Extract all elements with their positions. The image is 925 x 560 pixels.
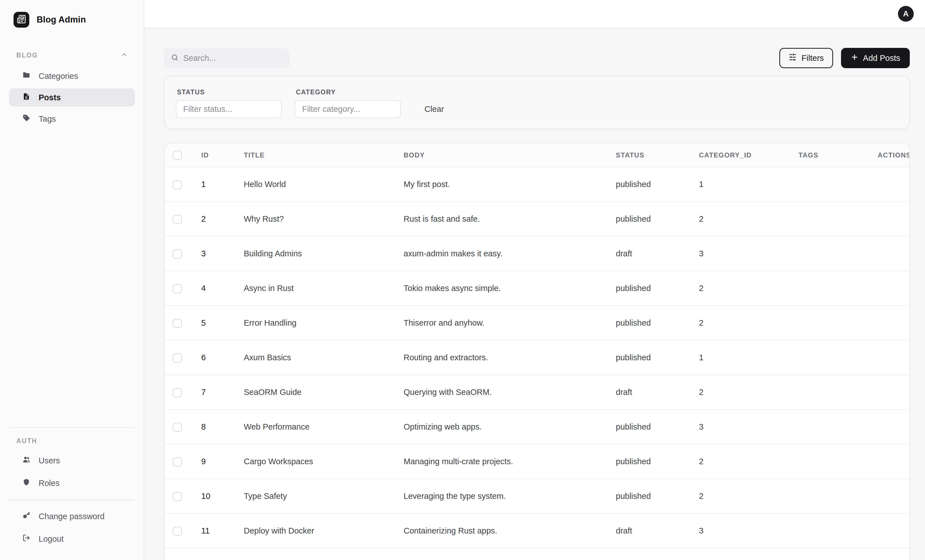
cell-status: published bbox=[606, 548, 689, 560]
cell-status: published bbox=[606, 202, 689, 236]
cell-actions bbox=[868, 479, 909, 513]
sidebar-item-roles[interactable]: Roles bbox=[9, 474, 135, 492]
cell-status: draft bbox=[606, 375, 689, 410]
app-logo bbox=[14, 12, 29, 28]
cell-status: draft bbox=[606, 513, 689, 548]
cell-status: published bbox=[606, 410, 689, 444]
cell-title: Async in Rust bbox=[234, 271, 394, 306]
cell-actions bbox=[868, 548, 909, 560]
table-row: 2 Why Rust? Rust is fast and safe. publi… bbox=[164, 202, 909, 236]
row-checkbox[interactable] bbox=[173, 388, 182, 397]
app-title: Blog Admin bbox=[37, 15, 86, 25]
row-checkbox[interactable] bbox=[173, 284, 182, 293]
cell-tags bbox=[789, 444, 868, 479]
column-header-body: BODY bbox=[394, 143, 606, 167]
cell-title: SeaORM Guide bbox=[234, 375, 394, 410]
table-header-row: ID TITLE BODY STATUS CATEGORY_ID TAGS AC… bbox=[164, 143, 909, 167]
cell-tags bbox=[789, 340, 868, 375]
column-header-id: ID bbox=[192, 143, 234, 167]
status-filter-label: STATUS bbox=[176, 89, 282, 96]
plus-icon bbox=[851, 53, 859, 63]
sidebar-item-change-password[interactable]: Change password bbox=[9, 507, 135, 525]
row-checkbox[interactable] bbox=[173, 527, 182, 536]
sidebar-item-label: Tags bbox=[39, 114, 56, 124]
cell-category-id: 2 bbox=[689, 479, 789, 513]
cell-tags bbox=[789, 548, 868, 560]
category-filter-label: CATEGORY bbox=[295, 89, 401, 96]
sidebar-footer-list: Change password Logout bbox=[9, 507, 135, 548]
cell-status: published bbox=[606, 479, 689, 513]
category-filter-group: CATEGORY bbox=[295, 89, 401, 118]
toolbar: Filters Add Posts bbox=[164, 48, 910, 68]
search-box bbox=[164, 48, 290, 68]
cell-category-id: 2 bbox=[689, 375, 789, 410]
section-label-auth: AUTH bbox=[17, 437, 37, 445]
cell-actions bbox=[868, 444, 909, 479]
sidebar-item-tags[interactable]: Tags bbox=[9, 110, 135, 128]
toolbar-actions: Filters Add Posts bbox=[779, 48, 910, 68]
sidebar-item-logout[interactable]: Logout bbox=[9, 530, 135, 548]
status-filter-input[interactable] bbox=[176, 100, 282, 118]
filter-panel: STATUS CATEGORY Clear bbox=[164, 76, 910, 129]
cell-body: My first post. bbox=[394, 167, 606, 202]
cell-category-id: 1 bbox=[689, 548, 789, 560]
row-checkbox[interactable] bbox=[173, 215, 182, 224]
search-icon bbox=[171, 54, 179, 63]
row-checkbox[interactable] bbox=[173, 319, 182, 328]
row-checkbox[interactable] bbox=[173, 180, 182, 189]
cell-body: axum-admin makes it easy. bbox=[394, 236, 606, 271]
cell-title: Web Performance bbox=[234, 410, 394, 444]
key-icon bbox=[23, 512, 30, 521]
cell-id: 7 bbox=[192, 375, 234, 410]
cell-category-id: 1 bbox=[689, 167, 789, 202]
row-checkbox[interactable] bbox=[173, 423, 182, 432]
cell-id: 12 bbox=[192, 548, 234, 560]
select-all-checkbox[interactable] bbox=[173, 151, 182, 160]
cell-tags bbox=[789, 306, 868, 340]
cell-status: published bbox=[606, 340, 689, 375]
auth-nav-list: Users Roles bbox=[9, 452, 135, 492]
cell-body: Managing multi-crate projects. bbox=[394, 444, 606, 479]
avatar[interactable]: A bbox=[898, 6, 914, 22]
cell-title: Deploy with Docker bbox=[234, 513, 394, 548]
table-row: 8 Web Performance Optimizing web apps. p… bbox=[164, 410, 909, 444]
row-checkbox[interactable] bbox=[173, 249, 182, 258]
category-filter-input[interactable] bbox=[295, 100, 401, 118]
sidebar-item-label: Categories bbox=[39, 72, 78, 81]
row-checkbox[interactable] bbox=[173, 354, 182, 363]
cell-actions bbox=[868, 410, 909, 444]
cell-tags bbox=[789, 410, 868, 444]
table-row: 9 Cargo Workspaces Managing multi-crate … bbox=[164, 444, 909, 479]
add-posts-button[interactable]: Add Posts bbox=[841, 48, 910, 68]
file-text-icon bbox=[23, 93, 30, 102]
sidebar-item-label: Logout bbox=[39, 534, 64, 543]
cell-status: published bbox=[606, 167, 689, 202]
cell-actions bbox=[868, 202, 909, 236]
column-header-title: TITLE bbox=[234, 143, 394, 167]
cell-status: published bbox=[606, 444, 689, 479]
sidebar-item-label: Change password bbox=[39, 512, 105, 521]
cell-body: Containerizing Rust apps. bbox=[394, 513, 606, 548]
sidebar-bottom: AUTH Users bbox=[0, 427, 144, 560]
cell-body: Rust is fast and safe. bbox=[394, 202, 606, 236]
filters-button[interactable]: Filters bbox=[779, 48, 833, 68]
section-header-blog[interactable]: BLOG bbox=[0, 51, 144, 59]
brand-row: Blog Admin bbox=[14, 12, 135, 28]
row-checkbox[interactable] bbox=[173, 492, 182, 501]
posts-table: ID TITLE BODY STATUS CATEGORY_ID TAGS AC… bbox=[164, 143, 909, 560]
row-checkbox[interactable] bbox=[173, 458, 182, 467]
chevron-up-icon[interactable] bbox=[121, 51, 128, 59]
topbar: A bbox=[144, 0, 925, 28]
cell-status: draft bbox=[606, 236, 689, 271]
clear-filters-button[interactable]: Clear bbox=[417, 100, 452, 118]
cell-id: 2 bbox=[192, 202, 234, 236]
cell-id: 11 bbox=[192, 513, 234, 548]
table-row: 12 Testing Strategies Unit and integrati… bbox=[164, 548, 909, 560]
sidebar-item-categories[interactable]: Categories bbox=[9, 67, 135, 85]
cell-body: Querying with SeaORM. bbox=[394, 375, 606, 410]
cell-category-id: 3 bbox=[689, 513, 789, 548]
cell-id: 4 bbox=[192, 271, 234, 306]
sidebar-item-users[interactable]: Users bbox=[9, 452, 135, 470]
sidebar-item-posts[interactable]: Posts bbox=[9, 89, 135, 107]
search-input[interactable] bbox=[182, 53, 279, 63]
